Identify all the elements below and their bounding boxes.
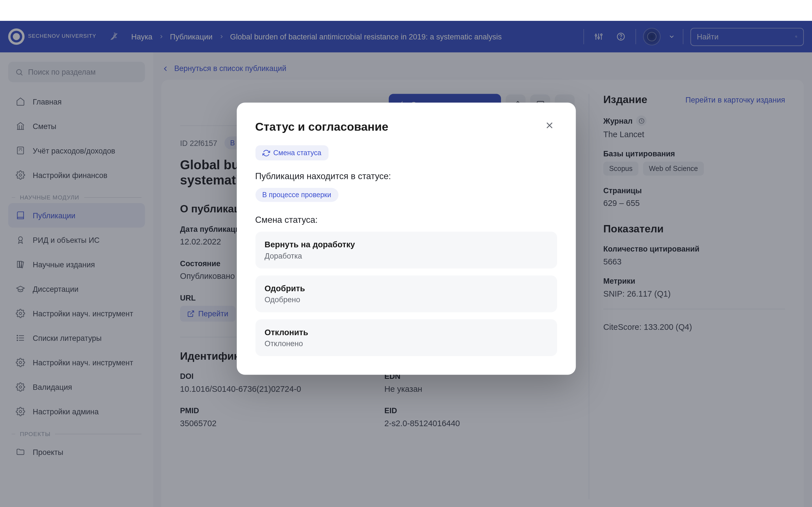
status-option-sub: Одобрено: [264, 295, 548, 304]
status-option-title: Одобрить: [264, 284, 548, 293]
change-status-chip[interactable]: Смена статуса: [255, 145, 328, 161]
status-modal: Статус и согласование Смена статуса Публ…: [237, 103, 576, 375]
status-option-title: Отклонить: [264, 328, 548, 337]
status-option[interactable]: Вернуть на доработкуДоработка: [255, 232, 557, 269]
status-option-title: Вернуть на доработку: [264, 240, 548, 249]
change-status-label: Смена статуса:: [255, 215, 557, 224]
status-option-sub: Отклонено: [264, 339, 548, 348]
modal-overlay[interactable]: Статус и согласование Смена статуса Публ…: [0, 21, 812, 507]
status-option[interactable]: ОтклонитьОтклонено: [255, 320, 557, 356]
status-option-sub: Доработка: [264, 251, 548, 260]
current-status-label: Публикация находится в статусе:: [255, 171, 557, 181]
refresh-icon: [262, 149, 270, 157]
modal-title: Статус и согласование: [255, 120, 388, 133]
close-icon: [544, 120, 554, 130]
close-button[interactable]: [544, 120, 557, 133]
status-option[interactable]: ОдобритьОдобрено: [255, 276, 557, 313]
current-status-value: В процессе проверки: [255, 188, 338, 202]
